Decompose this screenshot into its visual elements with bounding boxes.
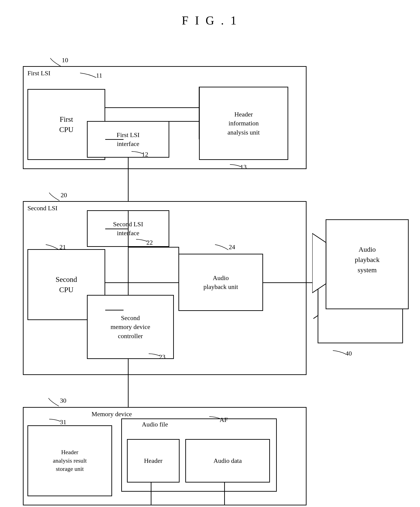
line-v-lsi1-to-lsi2 <box>128 158 129 201</box>
ref-21-curve <box>43 243 62 253</box>
line-h-audio-to-speaker <box>263 282 313 283</box>
ref-24-curve <box>213 243 231 253</box>
svg-text:system: system <box>357 266 377 274</box>
line-h-cpu2-interface <box>105 229 128 229</box>
line-h-cpu2-mem <box>105 310 124 310</box>
header-analysis-result-box: Header analysis result storage unit <box>28 425 112 496</box>
ref-30-curve <box>44 397 62 408</box>
ref-20-curve <box>45 191 63 203</box>
ref-40-curve <box>332 349 348 357</box>
page-title: F I G . 1 <box>0 0 420 36</box>
header-inner-box: Header <box>127 439 180 483</box>
memory-device-label: Memory device <box>91 410 132 418</box>
ref-22-curve <box>135 238 150 245</box>
svg-text:Audio: Audio <box>359 246 376 253</box>
line-h-cpu2-audio <box>105 282 178 283</box>
second-lsi-label: Second LSI <box>28 204 57 212</box>
audio-playback-unit-box: Audio playback unit <box>178 254 263 311</box>
first-lsi-interface-box: First LSI interface <box>87 121 169 158</box>
ref-af-curve <box>208 415 223 422</box>
header-info-box: Header information analysis unit <box>199 87 288 160</box>
line-v-mem-to-device <box>128 359 129 407</box>
ref-31-curve <box>48 418 63 425</box>
ref-11-curve <box>78 72 101 83</box>
ref-23-curve <box>147 352 162 359</box>
line-v-ad <box>224 483 225 505</box>
audio-data-inner-box: Audio data <box>185 439 270 483</box>
line-v-interface-audio <box>178 247 179 277</box>
ref-12-curve <box>130 150 145 157</box>
first-lsi-label: First LSI <box>28 70 50 77</box>
ref-13-curve <box>229 163 245 170</box>
line-v-cpu2-to-bus <box>128 229 129 295</box>
audio-file-label: Audio file <box>142 421 168 428</box>
second-memory-box: Second memory device controller <box>87 295 174 359</box>
svg-rect-2 <box>326 220 408 309</box>
line-cpu-to-header <box>105 121 199 122</box>
ref-10-curve <box>46 57 64 68</box>
line-cpu-to-interface <box>105 139 124 140</box>
line-h-cpu-header <box>105 107 199 108</box>
line-v-ah <box>151 483 151 505</box>
line-v-header-down <box>199 87 199 139</box>
audio-system-svg: Audio playback system <box>312 215 413 311</box>
svg-marker-6 <box>312 233 326 293</box>
line-h-interface-audio <box>128 247 178 247</box>
svg-text:playback: playback <box>355 256 379 263</box>
